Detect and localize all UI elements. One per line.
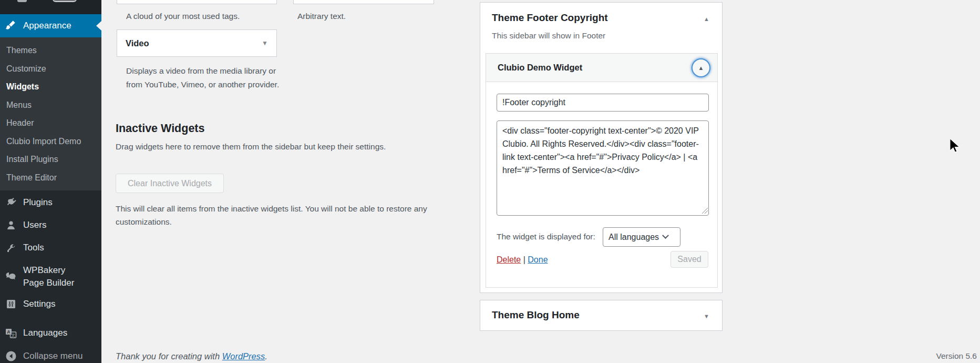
plug-icon: [5, 197, 17, 208]
delete-link[interactable]: Delete: [497, 255, 521, 264]
admin-sidebar: Appearance Themes Customize Widgets Menu…: [0, 0, 101, 363]
svg-text:文: 文: [11, 333, 15, 338]
sidebar-item-users[interactable]: Users: [0, 214, 101, 237]
submenu-item-menus[interactable]: Menus: [0, 96, 101, 115]
panel-expand-icon[interactable]: ▼: [704, 313, 709, 319]
link-separator: |: [523, 255, 525, 264]
partial-menu-text: [53, 0, 77, 2]
sidebar-item-label: Settings: [23, 298, 55, 310]
collapse-arrow-icon: [5, 350, 17, 362]
sidebar-item-languages[interactable]: A文 Languages: [0, 321, 101, 345]
inactive-widgets-description: Drag widgets here to remove them from th…: [116, 142, 386, 152]
translation-icon: A文: [5, 327, 17, 339]
submenu-item-clubio-import-demo[interactable]: Clubio Import Demo: [0, 133, 101, 151]
widget-header[interactable]: Clubio Demo Widget ▲: [486, 54, 717, 82]
theme-blog-home-panel[interactable]: Theme Blog Home ▼: [480, 300, 723, 331]
tag-cloud-widget-box[interactable]: [117, 0, 277, 4]
video-widget-box[interactable]: Video ▼: [117, 29, 277, 57]
language-select[interactable]: All languages: [603, 227, 680, 247]
clear-inactive-widgets-button[interactable]: Clear Inactive Widgets: [116, 174, 224, 193]
collapse-menu-button[interactable]: Collapse menu: [0, 345, 101, 363]
text-widget-description: Arbitrary text.: [297, 12, 346, 21]
wordpress-link[interactable]: WordPress: [222, 351, 265, 361]
paintbrush-icon: [5, 20, 17, 32]
video-widget-title: Video: [126, 38, 149, 48]
mouse-cursor: [949, 138, 961, 155]
wrench-icon: [5, 242, 17, 254]
sidebar-item-label: Appearance: [23, 21, 71, 31]
partial-menu-item[interactable]: [0, 0, 101, 14]
sidebar-item-plugins[interactable]: Plugins: [0, 191, 101, 214]
sidebar-item-label: Users: [23, 219, 46, 231]
panel-description: This sidebar will show in Footer: [492, 31, 605, 41]
text-widget-box[interactable]: [293, 0, 434, 4]
tag-cloud-description: A cloud of your most used tags.: [126, 12, 240, 21]
active-item-notch: [96, 21, 101, 31]
footer-version: Version 5.6: [936, 351, 977, 361]
sidebar-item-label: Plugins: [23, 197, 53, 208]
inactive-widgets-heading: Inactive Widgets: [116, 122, 204, 135]
sidebar-item-wpbakery[interactable]: WPBakery Page Builder: [0, 259, 101, 295]
submenu-item-install-plugins[interactable]: Install Plugins: [0, 150, 101, 169]
panel-collapse-icon[interactable]: ▲: [704, 16, 709, 22]
clubio-demo-widget: Clubio Demo Widget ▲ <div class="footer-…: [486, 53, 718, 288]
sidebar-item-appearance[interactable]: Appearance: [0, 14, 101, 37]
wordpress-widgets-page: Appearance Themes Customize Widgets Menu…: [0, 0, 980, 363]
collapse-up-icon: ▲: [698, 65, 704, 71]
partial-menu-icon: [17, 0, 27, 2]
footer-thanks: Thank you for creating with WordPress.: [116, 351, 267, 361]
sidebar-item-label: WPBakery Page Builder: [23, 264, 87, 289]
video-widget-description: Displays a video from the media library …: [126, 64, 280, 92]
panel-title: Theme Footer Copyright: [492, 12, 608, 24]
widget-action-links: Delete | Done: [497, 255, 548, 265]
saved-button[interactable]: Saved: [670, 251, 708, 268]
sidebar-item-tools[interactable]: Tools: [0, 236, 101, 259]
appearance-submenu: Themes Customize Widgets Menus Header Cl…: [0, 37, 101, 190]
widget-title-input[interactable]: [497, 94, 709, 112]
submenu-item-theme-editor[interactable]: Theme Editor: [0, 169, 101, 187]
sidebar-item-settings[interactable]: Settings: [0, 293, 101, 316]
speech-bubbles-icon: [5, 271, 17, 283]
language-select-value: All languages: [608, 233, 659, 242]
sliders-icon: [5, 298, 17, 310]
chevron-down-icon: [662, 232, 669, 239]
submenu-item-header[interactable]: Header: [0, 114, 101, 133]
submenu-item-customize[interactable]: Customize: [0, 60, 101, 78]
widget-title: Clubio Demo Widget: [498, 63, 582, 73]
sidebar-item-label: Languages: [23, 327, 67, 339]
clear-inactive-note: This will clear all items from the inact…: [116, 202, 483, 228]
widget-content-textarea[interactable]: <div class="footer-copyright text-center…: [497, 120, 709, 216]
submenu-item-themes[interactable]: Themes: [0, 42, 101, 60]
footer-thanks-text: Thank you for creating with: [116, 351, 222, 361]
done-link[interactable]: Done: [528, 255, 548, 264]
panel-title: Theme Blog Home: [492, 309, 580, 321]
widget-collapse-button[interactable]: ▲: [692, 58, 710, 77]
users-icon: [5, 219, 17, 231]
language-label: The widget is displayed for:: [497, 232, 595, 241]
footer-thanks-period: .: [265, 351, 267, 361]
theme-footer-copyright-panel: Theme Footer Copyright ▲ This sidebar wi…: [480, 2, 723, 293]
submenu-item-widgets[interactable]: Widgets: [0, 78, 101, 96]
sidebar-item-label: Tools: [23, 242, 44, 254]
chevron-down-icon: ▼: [262, 39, 268, 47]
sidebar-item-label: Collapse menu: [23, 350, 82, 362]
